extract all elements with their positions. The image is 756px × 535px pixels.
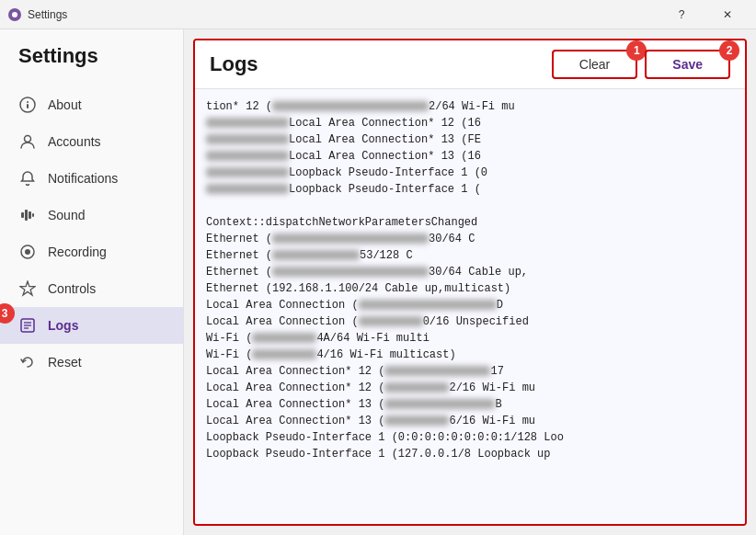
titlebar: Settings ? ✕: [0, 0, 756, 29]
main-content: Logs 1 Clear 2 Save tion* 12 (2/64 Wi-Fi…: [184, 29, 756, 535]
logs-content[interactable]: tion* 12 (2/64 Wi-Fi muLocal Area Connec…: [195, 89, 745, 524]
controls-icon: [18, 279, 37, 298]
about-icon: [18, 96, 37, 114]
notifications-icon: [18, 169, 37, 188]
app-icon: [7, 7, 22, 22]
log-line: Local Area Connection* 13 (FE: [206, 131, 734, 148]
sidebar-label-about: About: [48, 97, 82, 112]
accounts-icon: [18, 132, 37, 151]
sidebar-item-logs[interactable]: 3 Logs: [0, 307, 183, 344]
svg-rect-8: [29, 211, 31, 219]
log-line: Loopback Pseudo-Interface 1 (0: [206, 165, 734, 181]
svg-rect-9: [32, 213, 34, 217]
sidebar-label-notifications: Notifications: [48, 171, 118, 186]
svg-rect-6: [21, 212, 24, 218]
app-container: Settings About Accounts: [0, 29, 756, 535]
sidebar-item-about[interactable]: About: [0, 86, 183, 123]
log-line: Ethernet (53/128 C: [206, 247, 734, 264]
sound-icon: [18, 206, 37, 224]
help-button[interactable]: ?: [660, 0, 703, 29]
log-line: Ethernet (192.168.1.100/24 Cable up,mult…: [206, 280, 734, 297]
sidebar-label-reset: Reset: [48, 355, 82, 370]
sidebar-label-sound: Sound: [48, 208, 85, 222]
log-line: Context::dispatchNetworkParametersChange…: [206, 214, 734, 231]
logs-title: Logs: [210, 52, 258, 76]
log-line: Wi-Fi (4/16 Wi-Fi multicast): [206, 347, 734, 363]
svg-rect-4: [27, 104, 29, 108]
reset-icon: [18, 353, 37, 371]
log-line: Loopback Pseudo-Interface 1 (0:0:0:0:0:0…: [206, 429, 734, 446]
log-line: Local Area Connection* 13 (16: [206, 148, 734, 165]
log-line: Local Area Connection (D: [206, 297, 734, 313]
sidebar-item-accounts[interactable]: Accounts: [0, 123, 183, 160]
log-line: Local Area Connection* 12 (2/16 Wi-Fi mu: [206, 380, 734, 396]
log-line: Local Area Connection* 12 (16: [206, 115, 734, 131]
save-button[interactable]: Save: [645, 50, 730, 79]
logs-header: Logs 1 Clear 2 Save: [195, 40, 745, 89]
svg-point-1: [12, 12, 17, 17]
logs-actions: 1 Clear 2 Save: [552, 50, 730, 79]
badge-1: 1: [626, 40, 647, 61]
sidebar-header: Settings: [0, 44, 183, 86]
sidebar-label-accounts: Accounts: [48, 134, 101, 149]
svg-point-11: [25, 249, 30, 255]
sidebar-item-sound[interactable]: Sound: [0, 197, 183, 233]
log-line: Loopback Pseudo-Interface 1 (127.0.0.1/8…: [206, 446, 734, 462]
badge-3: 3: [0, 303, 15, 324]
log-line: Ethernet (30/64 C: [206, 231, 734, 247]
logs-panel: Logs 1 Clear 2 Save tion* 12 (2/64 Wi-Fi…: [193, 39, 747, 526]
clear-button[interactable]: Clear: [552, 50, 637, 79]
svg-point-3: [27, 101, 29, 103]
sidebar-label-recording: Recording: [48, 245, 107, 259]
sidebar-label-logs: Logs: [48, 318, 78, 333]
log-line: Local Area Connection* 13 (6/16 Wi-Fi mu: [206, 413, 734, 429]
clear-btn-wrap: 1 Clear: [552, 50, 637, 79]
titlebar-title: Settings: [28, 8, 67, 21]
log-line: Loopback Pseudo-Interface 1 (: [206, 181, 734, 198]
logs-icon: [18, 316, 37, 335]
svg-rect-7: [25, 210, 28, 221]
log-line: Wi-Fi (4A/64 Wi-Fi multi: [206, 330, 734, 347]
sidebar-label-controls: Controls: [48, 281, 96, 296]
log-line: Local Area Connection (0/16 Unspecified: [206, 313, 734, 330]
log-line: Local Area Connection* 12 (17: [206, 363, 734, 380]
sidebar-item-recording[interactable]: Recording: [0, 233, 183, 270]
titlebar-controls: ? ✕: [660, 0, 749, 29]
sidebar-item-controls[interactable]: Controls: [0, 270, 183, 307]
sidebar-item-reset[interactable]: Reset: [0, 344, 183, 381]
close-button[interactable]: ✕: [706, 0, 749, 29]
badge-2: 2: [719, 40, 739, 61]
log-line: [206, 198, 734, 214]
recording-icon: [18, 243, 37, 261]
log-line: Ethernet (30/64 Cable up,: [206, 264, 734, 280]
sidebar-item-notifications[interactable]: Notifications: [0, 160, 183, 197]
log-line: Local Area Connection* 13 (B: [206, 396, 734, 413]
log-line: tion* 12 (2/64 Wi-Fi mu: [206, 98, 734, 115]
svg-point-5: [25, 136, 31, 142]
titlebar-left: Settings: [7, 7, 67, 22]
sidebar: Settings About Accounts: [0, 29, 184, 535]
save-btn-wrap: 2 Save: [645, 50, 730, 79]
